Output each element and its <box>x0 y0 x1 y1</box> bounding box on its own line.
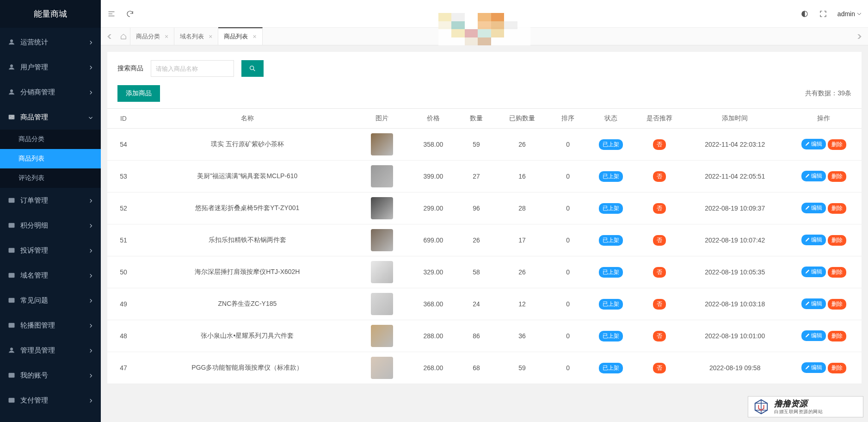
cell-rec: 否 <box>635 192 684 224</box>
sidebar-item-9[interactable]: 轮播图管理 <box>0 313 101 338</box>
tab-1[interactable]: 域名列表× <box>174 28 218 45</box>
sidebar-item-6[interactable]: 投诉管理 <box>0 238 101 263</box>
cell-time: 2022-08-19 09:58 <box>684 352 786 384</box>
tab-close-icon[interactable]: × <box>165 33 168 40</box>
sidebar-item-5[interactable]: 积分明细 <box>0 213 101 238</box>
fullscreen-icon[interactable] <box>819 10 827 18</box>
recommend-badge: 否 <box>653 331 666 341</box>
search-label: 搜索商品 <box>117 64 143 73</box>
topbar: admin <box>101 0 868 28</box>
watermark: 撸撸资源 白嫖互联网资源的网站 <box>748 396 863 417</box>
svg-point-6 <box>10 199 11 200</box>
menu-collapse-icon[interactable] <box>107 10 116 18</box>
edit-button[interactable]: 编辑 <box>801 171 826 181</box>
product-image <box>371 325 393 347</box>
cell-time: 2022-08-19 10:05:35 <box>684 256 786 288</box>
cell-img <box>355 288 409 320</box>
theme-icon[interactable] <box>800 10 809 18</box>
menu-label: 常见问题 <box>20 296 88 305</box>
admin-dropdown[interactable]: admin <box>837 10 862 18</box>
edit-button[interactable]: 编辑 <box>801 330 826 341</box>
sidebar-item-2[interactable]: 分销商管理 <box>0 80 101 105</box>
cell-img <box>355 161 409 192</box>
refresh-icon[interactable] <box>126 10 134 18</box>
delete-button[interactable]: 删除 <box>828 299 846 310</box>
sidebar-item-7[interactable]: 域名管理 <box>0 263 101 288</box>
content-area: 搜索商品 添加商品 共有数据：39条 ID 名称 图片 价格 数量 已购数量 <box>101 45 868 422</box>
product-image <box>371 261 393 283</box>
edit-button[interactable]: 编辑 <box>801 139 826 149</box>
sidebar-item-3[interactable]: 商品管理 <box>0 105 101 130</box>
edit-button[interactable]: 编辑 <box>801 298 826 309</box>
cell-time: 2022-11-04 22:05:51 <box>684 161 786 192</box>
delete-button[interactable]: 删除 <box>828 139 846 150</box>
product-image <box>371 229 393 251</box>
cell-sort: 0 <box>549 161 587 192</box>
svg-point-8 <box>10 224 11 225</box>
sidebar-item-12[interactable]: 支付管理 <box>0 388 101 413</box>
edit-button[interactable]: 编辑 <box>801 267 826 277</box>
delete-button[interactable]: 删除 <box>828 363 846 373</box>
edit-button[interactable]: 编辑 <box>801 362 826 373</box>
th-qty: 数量 <box>457 109 495 129</box>
search-button[interactable] <box>241 60 264 77</box>
delete-button[interactable]: 删除 <box>828 171 846 182</box>
sidebar-item-0[interactable]: 运营统计 <box>0 30 101 55</box>
tab-close-icon[interactable]: × <box>252 33 256 40</box>
edit-button[interactable]: 编辑 <box>801 235 826 245</box>
table-row: 48张小泉山水•星耀系列刀具六件套288.0086360已上架否2022-08-… <box>107 320 862 352</box>
table-row: 49ZNC养生壶ZC-Y185368.0024120已上架否2022-08-19… <box>107 288 862 320</box>
menu-label: 管理员管理 <box>20 346 88 355</box>
svg-point-19 <box>10 374 11 375</box>
tab-close-icon[interactable]: × <box>209 33 212 40</box>
menu-icon <box>7 396 16 404</box>
submenu-item-2[interactable]: 评论列表 <box>0 168 101 188</box>
search-input[interactable] <box>151 60 234 77</box>
submenu-item-1[interactable]: 商品列表 <box>0 149 101 168</box>
cell-ops: 编辑删除 <box>786 256 862 288</box>
tabs-scroll-left[interactable] <box>104 28 117 45</box>
sidebar-item-10[interactable]: 管理员管理 <box>0 338 101 363</box>
chevron-icon <box>88 64 93 70</box>
cell-img <box>355 320 409 352</box>
cell-rec: 否 <box>635 256 684 288</box>
add-product-button[interactable]: 添加商品 <box>117 85 160 102</box>
cell-price: 329.00 <box>409 256 457 288</box>
tab-0[interactable]: 商品分类× <box>130 28 174 45</box>
cell-img <box>355 192 409 224</box>
cell-price: 288.00 <box>409 320 457 352</box>
cell-name: 悠拓者迷彩折叠桌椅5件套YT-ZY001 <box>140 192 355 224</box>
cell-status: 已上架 <box>587 256 635 288</box>
product-image <box>371 165 393 187</box>
delete-button[interactable]: 删除 <box>828 331 846 341</box>
cell-id: 52 <box>107 192 140 224</box>
chevron-icon <box>88 39 93 45</box>
cell-name: ZNC养生壶ZC-Y185 <box>140 288 355 320</box>
sidebar-item-11[interactable]: 我的账号 <box>0 363 101 388</box>
cell-ops: 编辑删除 <box>786 288 862 320</box>
tabs-more[interactable] <box>852 28 865 45</box>
submenu-item-0[interactable]: 商品分类 <box>0 130 101 149</box>
cell-status: 已上架 <box>587 192 635 224</box>
cell-name: 美厨"福运满满"锅具套装MCLP-610 <box>140 161 355 192</box>
cell-ops: 编辑删除 <box>786 320 862 352</box>
menu-label: 投诉管理 <box>20 246 88 255</box>
cell-sort: 0 <box>549 129 587 161</box>
delete-button[interactable]: 删除 <box>828 267 846 278</box>
edit-button[interactable]: 编辑 <box>801 203 826 213</box>
delete-button[interactable]: 删除 <box>828 203 846 214</box>
tab-label: 商品列表 <box>224 32 248 41</box>
recommend-badge: 否 <box>653 299 666 310</box>
sidebar-item-4[interactable]: 订单管理 <box>0 188 101 213</box>
tab-home[interactable] <box>117 28 130 45</box>
pencil-icon <box>805 205 810 210</box>
menu-label: 我的账号 <box>20 371 88 380</box>
chevron-icon <box>88 273 93 278</box>
sidebar-item-1[interactable]: 用户管理 <box>0 55 101 80</box>
cell-time: 2022-08-19 10:09:37 <box>684 192 786 224</box>
tab-2[interactable]: 商品列表× <box>218 27 262 45</box>
cell-sort: 0 <box>549 256 587 288</box>
sidebar-item-8[interactable]: 常见问题 <box>0 288 101 313</box>
product-table: ID 名称 图片 价格 数量 已购数量 排序 状态 是否推荐 添加时间 操作 5… <box>107 108 862 384</box>
delete-button[interactable]: 删除 <box>828 235 846 246</box>
